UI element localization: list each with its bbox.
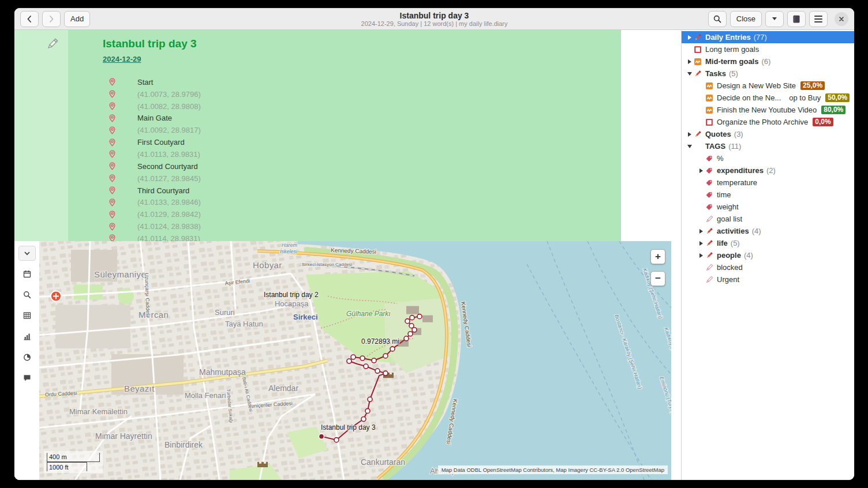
expander-icon[interactable] xyxy=(697,251,705,260)
search-button[interactable] xyxy=(708,11,727,27)
entry-line: Start xyxy=(103,76,621,88)
zoom-out-button[interactable]: − xyxy=(650,271,665,286)
map-toolbar xyxy=(14,241,39,480)
tree-item-tag-percent[interactable]: % xyxy=(682,152,854,164)
bar-chart-button[interactable] xyxy=(20,329,35,344)
add-location-icon[interactable] xyxy=(51,291,61,301)
tree-item-task-organize-photos[interactable]: Organize the Photo Archive 0,0% xyxy=(682,116,854,128)
tree-item-label: Daily Entries xyxy=(705,33,751,42)
expander-icon[interactable] xyxy=(685,33,694,42)
entry-line-text: (41.0073, 28.9796) xyxy=(137,90,201,99)
expander-spacer xyxy=(697,118,705,126)
expander-icon[interactable] xyxy=(685,57,694,66)
map-label: Molla Fenari xyxy=(185,391,226,400)
table-button[interactable] xyxy=(20,308,35,323)
tree-item-label: weight xyxy=(717,202,739,211)
expander-icon[interactable] xyxy=(685,142,694,151)
tree-item-quotes[interactable]: Quotes (3) xyxy=(682,128,854,140)
map-view[interactable]: Kennedy Caddesi Kennedy Caddesi Kennedy … xyxy=(39,241,671,480)
calendar-icon xyxy=(23,269,32,279)
app-window: Add Istanbul trip day 3 2024-12-29, Sund… xyxy=(14,8,854,480)
entry-line: Second Courtyard xyxy=(103,160,621,172)
tree-item-label: Finish the New Youtube Video xyxy=(717,106,817,114)
tree-item-tasks[interactable]: Tasks (5) xyxy=(682,67,854,80)
add-button[interactable]: Add xyxy=(64,11,90,27)
search-icon xyxy=(713,14,722,24)
tree-item-label: activities xyxy=(717,227,749,235)
pie-chart-button[interactable] xyxy=(20,350,35,365)
tree-item-label: Quotes xyxy=(705,130,731,138)
location-pin-icon xyxy=(108,198,116,207)
tag-icon xyxy=(705,179,713,187)
tree-item-mid-term-goals[interactable]: Mid-term goals (6) xyxy=(682,55,854,67)
journal-button[interactable] xyxy=(787,11,806,27)
entry-line: (41.0129, 28.9842) xyxy=(103,208,621,220)
tree-item-tag-urgent[interactable]: Urgent xyxy=(682,273,854,286)
map-label: Harem xyxy=(282,242,297,248)
tree-item-label-tail: op to Buy xyxy=(789,93,821,102)
entry-line-text: (41.0092, 28.9817) xyxy=(137,126,201,134)
tree-item-count: (5) xyxy=(731,239,740,247)
tree-item-tag-weight[interactable]: weight xyxy=(682,201,854,213)
expander-icon[interactable] xyxy=(697,166,705,175)
tree-item-label: Organize the Photo Archive xyxy=(717,118,808,126)
calendar-button[interactable] xyxy=(20,266,35,281)
tree-item-long-term-goals[interactable]: Long term goals xyxy=(682,43,854,55)
map-zoom-control: + − xyxy=(650,249,665,286)
tree-item-label: Design a New Web Site xyxy=(717,81,796,90)
tree-item-tag-activities[interactable]: activities (4) xyxy=(682,225,854,237)
tree-item-tags[interactable]: TAGS (11) xyxy=(682,140,854,152)
back-button[interactable] xyxy=(20,11,39,27)
search-panel-button[interactable] xyxy=(20,287,35,302)
close-entry-button[interactable]: Close xyxy=(730,11,762,27)
expander-spacer xyxy=(697,190,705,199)
expander-icon[interactable] xyxy=(697,239,705,247)
entry-date-link[interactable]: 2024-12-29 xyxy=(103,54,141,65)
tree-item-tag-expenditures[interactable]: expenditures (2) xyxy=(682,164,854,177)
entry-line-text: (41.0114, 28.9831) xyxy=(137,234,200,241)
menu-button[interactable] xyxy=(809,11,828,27)
collapse-panel-button[interactable] xyxy=(18,246,36,261)
tree-item-daily-entries[interactable]: Daily Entries (77) xyxy=(682,31,854,43)
map-attribution: Map Data ODBL OpenStreetMap Contributors… xyxy=(438,466,668,474)
tree-item-tag-temperature[interactable]: temperature xyxy=(682,177,854,189)
tree-item-tag-people[interactable]: people (4) xyxy=(682,249,854,261)
entry-lines: Start (41.0073, 28.9796) (41.0082, 28.98… xyxy=(103,76,621,241)
map-label: Süleymaniye xyxy=(94,269,146,279)
expander-icon[interactable] xyxy=(685,69,694,78)
entry-line-text: Second Courtyard xyxy=(137,162,198,171)
map-canvas[interactable]: Kennedy Caddesi Kennedy Caddesi Kennedy … xyxy=(39,241,671,480)
table-icon xyxy=(23,311,32,320)
entry-editor[interactable]: Istanbul trip day 3 2024-12-29 Start (41… xyxy=(14,30,621,241)
progress-badge: 50,0% xyxy=(825,93,850,102)
chevron-right-icon xyxy=(47,14,56,24)
entry-marker-label[interactable]: Istanbul trip day 3 xyxy=(321,423,376,431)
tree-item-label: Tasks xyxy=(705,69,726,78)
forward-button[interactable] xyxy=(42,11,61,27)
entry-marker-label[interactable]: Istanbul trip day 2 xyxy=(264,291,319,299)
tree-item-tag-blocked[interactable]: blocked xyxy=(682,261,854,273)
titlebar-title-block: Istanbul trip day 3 2024-12-29, Sunday |… xyxy=(361,10,508,28)
tree-item-tag-life[interactable]: life (5) xyxy=(682,237,854,249)
zoom-in-button[interactable]: + xyxy=(650,249,665,264)
entry-line-text: (41.0082, 28.9808) xyxy=(137,102,201,111)
location-pin-icon xyxy=(108,126,116,134)
tree-item-task-decide[interactable]: Decide on the Ne... op to Buy 50,0% xyxy=(682,92,854,104)
hamburger-icon xyxy=(814,16,822,22)
tree-item-tag-time[interactable]: time xyxy=(682,189,854,201)
map-label: Sirkeci xyxy=(293,313,318,321)
entry-line: Main Gate xyxy=(103,112,621,125)
expander-icon[interactable] xyxy=(697,227,705,235)
comment-button[interactable] xyxy=(20,370,35,385)
castle-icon xyxy=(257,462,268,467)
editor-body[interactable]: Istanbul trip day 3 2024-12-29 Start (41… xyxy=(68,30,621,241)
tree-item-tag-goal-list[interactable]: goal list xyxy=(682,213,854,225)
expander-spacer xyxy=(697,202,705,211)
journal-icon xyxy=(792,14,801,24)
expander-icon[interactable] xyxy=(685,130,694,138)
entry-line-text: (41.0129, 28.9842) xyxy=(137,210,201,219)
tree-item-task-finish-video[interactable]: Finish the New Youtube Video 80,0% xyxy=(682,104,854,116)
close-menu-button[interactable] xyxy=(765,11,784,27)
window-close-button[interactable] xyxy=(835,12,848,26)
tree-item-task-design-web-site[interactable]: Design a New Web Site 25,0% xyxy=(682,80,854,92)
